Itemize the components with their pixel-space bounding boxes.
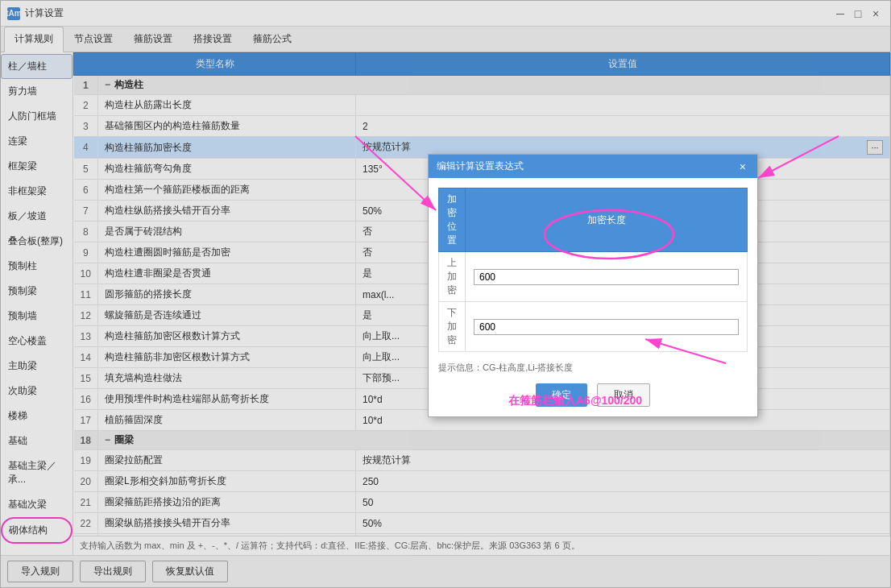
- dialog-row-top: 上加密: [439, 252, 748, 302]
- dialog-bottom-position: 下加密: [439, 302, 466, 352]
- dialog-close-button[interactable]: ×: [736, 160, 749, 173]
- main-window: tAm 计算设置 ─ □ × 计算规则 节点设置 箍筋设置 搭接设置 箍筋公式 …: [0, 0, 891, 588]
- dialog-footer: 确定 取消: [438, 383, 748, 407]
- dialog-row-bottom: 下加密: [439, 302, 748, 352]
- dialog-top-position: 上加密: [439, 252, 466, 302]
- dialog-title-bar: 编辑计算设置表达式 ×: [429, 155, 757, 178]
- dialog-body: 加密位置 加密长度 上加密 下加密: [429, 178, 757, 416]
- dialog-top-value-cell: [466, 252, 748, 302]
- dialog-bottom-value-cell: [466, 302, 748, 352]
- dialog-title-text: 编辑计算设置表达式: [437, 159, 524, 173]
- dialog-cancel-button[interactable]: 取消: [597, 383, 650, 407]
- dialog-bottom-input[interactable]: [474, 319, 739, 335]
- dialog-top-input[interactable]: [474, 269, 739, 285]
- dialog-density-table: 加密位置 加密长度 上加密 下加密: [438, 188, 748, 352]
- dialog-col-length: 加密长度: [466, 188, 748, 252]
- dialog-hint: 提示信息：CG-柱高度,Li-搭接长度: [438, 362, 748, 374]
- dialog-col-position: 加密位置: [439, 188, 466, 252]
- dialog-confirm-button[interactable]: 确定: [536, 383, 587, 407]
- edit-expression-dialog: 编辑计算设置表达式 × 加密位置 加密长度 上加密: [428, 154, 758, 417]
